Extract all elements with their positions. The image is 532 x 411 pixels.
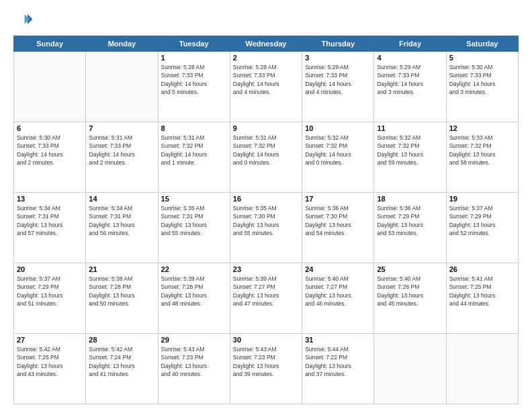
day-info: Sunrise: 5:33 AM Sunset: 7:32 PM Dayligh…: [449, 134, 515, 167]
calendar-header-tuesday: Tuesday: [158, 36, 230, 52]
day-number: 20: [17, 265, 83, 273]
day-number: 21: [89, 265, 154, 273]
calendar-header-friday: Friday: [374, 36, 446, 52]
calendar-cell: 15Sunrise: 5:35 AM Sunset: 7:31 PM Dayli…: [158, 193, 230, 263]
calendar-cell: 11Sunrise: 5:32 AM Sunset: 7:32 PM Dayli…: [374, 122, 446, 193]
day-info: Sunrise: 5:44 AM Sunset: 7:22 PM Dayligh…: [305, 345, 371, 378]
day-number: 5: [449, 54, 515, 62]
day-info: Sunrise: 5:41 AM Sunset: 7:25 PM Dayligh…: [449, 275, 515, 308]
day-info: Sunrise: 5:40 AM Sunset: 7:27 PM Dayligh…: [305, 275, 371, 308]
day-number: 9: [233, 124, 299, 132]
day-info: Sunrise: 5:31 AM Sunset: 7:32 PM Dayligh…: [161, 134, 227, 167]
day-info: Sunrise: 5:42 AM Sunset: 7:25 PM Dayligh…: [17, 345, 83, 378]
day-number: 6: [17, 124, 83, 132]
day-number: 14: [89, 195, 154, 203]
calendar-cell: [86, 52, 158, 122]
calendar-cell: 18Sunrise: 5:36 AM Sunset: 7:29 PM Dayli…: [374, 193, 446, 263]
day-number: 19: [449, 195, 515, 203]
calendar-cell: 16Sunrise: 5:35 AM Sunset: 7:30 PM Dayli…: [230, 193, 302, 263]
day-number: 18: [377, 195, 443, 203]
calendar-cell: 20Sunrise: 5:37 AM Sunset: 7:29 PM Dayli…: [14, 263, 86, 334]
calendar-cell: [446, 334, 518, 404]
day-info: Sunrise: 5:35 AM Sunset: 7:31 PM Dayligh…: [161, 204, 227, 237]
calendar-cell: 25Sunrise: 5:40 AM Sunset: 7:26 PM Dayli…: [374, 263, 446, 334]
day-info: Sunrise: 5:43 AM Sunset: 7:23 PM Dayligh…: [233, 345, 299, 378]
calendar-cell: 10Sunrise: 5:32 AM Sunset: 7:32 PM Dayli…: [302, 122, 374, 193]
day-info: Sunrise: 5:40 AM Sunset: 7:26 PM Dayligh…: [377, 275, 443, 308]
day-info: Sunrise: 5:30 AM Sunset: 7:33 PM Dayligh…: [17, 134, 83, 167]
calendar-header-row: SundayMondayTuesdayWednesdayThursdayFrid…: [14, 36, 519, 52]
calendar-cell: 19Sunrise: 5:37 AM Sunset: 7:29 PM Dayli…: [446, 193, 518, 263]
day-info: Sunrise: 5:39 AM Sunset: 7:27 PM Dayligh…: [233, 275, 299, 308]
day-info: Sunrise: 5:43 AM Sunset: 7:23 PM Dayligh…: [161, 345, 227, 378]
day-info: Sunrise: 5:34 AM Sunset: 7:31 PM Dayligh…: [17, 204, 83, 237]
calendar-cell: [14, 52, 86, 122]
day-number: 13: [17, 195, 83, 203]
calendar-cell: 2Sunrise: 5:28 AM Sunset: 7:33 PM Daylig…: [230, 52, 302, 122]
calendar-cell: 27Sunrise: 5:42 AM Sunset: 7:25 PM Dayli…: [14, 334, 86, 404]
calendar-header-thursday: Thursday: [302, 36, 374, 52]
day-number: 3: [305, 54, 371, 62]
day-info: Sunrise: 5:34 AM Sunset: 7:31 PM Dayligh…: [89, 204, 154, 237]
calendar-cell: 8Sunrise: 5:31 AM Sunset: 7:32 PM Daylig…: [158, 122, 230, 193]
calendar-cell: 26Sunrise: 5:41 AM Sunset: 7:25 PM Dayli…: [446, 263, 518, 334]
day-number: 11: [377, 124, 443, 132]
calendar-week-row-2: 6Sunrise: 5:30 AM Sunset: 7:33 PM Daylig…: [14, 122, 519, 193]
calendar-cell: 21Sunrise: 5:38 AM Sunset: 7:28 PM Dayli…: [86, 263, 158, 334]
day-info: Sunrise: 5:42 AM Sunset: 7:24 PM Dayligh…: [89, 345, 154, 378]
day-info: Sunrise: 5:28 AM Sunset: 7:33 PM Dayligh…: [161, 63, 227, 96]
day-number: 1: [161, 54, 227, 62]
calendar-cell: 17Sunrise: 5:36 AM Sunset: 7:30 PM Dayli…: [302, 193, 374, 263]
day-number: 24: [305, 265, 371, 273]
calendar-cell: 24Sunrise: 5:40 AM Sunset: 7:27 PM Dayli…: [302, 263, 374, 334]
calendar-week-row-4: 20Sunrise: 5:37 AM Sunset: 7:29 PM Dayli…: [14, 263, 519, 334]
day-info: Sunrise: 5:39 AM Sunset: 7:28 PM Dayligh…: [161, 275, 227, 308]
day-number: 27: [17, 336, 83, 344]
day-info: Sunrise: 5:31 AM Sunset: 7:32 PM Dayligh…: [233, 134, 299, 167]
calendar-week-row-5: 27Sunrise: 5:42 AM Sunset: 7:25 PM Dayli…: [14, 334, 519, 404]
day-number: 16: [233, 195, 299, 203]
calendar-cell: 4Sunrise: 5:29 AM Sunset: 7:33 PM Daylig…: [374, 52, 446, 122]
day-info: Sunrise: 5:37 AM Sunset: 7:29 PM Dayligh…: [17, 275, 83, 308]
day-info: Sunrise: 5:32 AM Sunset: 7:32 PM Dayligh…: [305, 134, 371, 167]
calendar-week-row-3: 13Sunrise: 5:34 AM Sunset: 7:31 PM Dayli…: [14, 193, 519, 263]
day-number: 25: [377, 265, 443, 273]
calendar-header-wednesday: Wednesday: [230, 36, 302, 52]
day-info: Sunrise: 5:38 AM Sunset: 7:28 PM Dayligh…: [89, 275, 154, 308]
day-info: Sunrise: 5:31 AM Sunset: 7:33 PM Dayligh…: [89, 134, 154, 167]
calendar-cell: 5Sunrise: 5:30 AM Sunset: 7:33 PM Daylig…: [446, 52, 518, 122]
day-info: Sunrise: 5:35 AM Sunset: 7:30 PM Dayligh…: [233, 204, 299, 237]
day-number: 12: [449, 124, 515, 132]
day-number: 26: [449, 265, 515, 273]
day-number: 2: [233, 54, 299, 62]
day-info: Sunrise: 5:29 AM Sunset: 7:33 PM Dayligh…: [305, 63, 371, 96]
day-number: 29: [161, 336, 227, 344]
day-number: 8: [161, 124, 227, 132]
calendar-cell: 1Sunrise: 5:28 AM Sunset: 7:33 PM Daylig…: [158, 52, 230, 122]
calendar-cell: 7Sunrise: 5:31 AM Sunset: 7:33 PM Daylig…: [86, 122, 158, 193]
calendar-table: SundayMondayTuesdayWednesdayThursdayFrid…: [13, 36, 519, 404]
calendar-cell: 12Sunrise: 5:33 AM Sunset: 7:32 PM Dayli…: [446, 122, 518, 193]
calendar-header-monday: Monday: [86, 36, 158, 52]
calendar-cell: 30Sunrise: 5:43 AM Sunset: 7:23 PM Dayli…: [230, 334, 302, 404]
day-number: 4: [377, 54, 443, 62]
calendar-cell: 29Sunrise: 5:43 AM Sunset: 7:23 PM Dayli…: [158, 334, 230, 404]
calendar-cell: 22Sunrise: 5:39 AM Sunset: 7:28 PM Dayli…: [158, 263, 230, 334]
day-info: Sunrise: 5:32 AM Sunset: 7:32 PM Dayligh…: [377, 134, 443, 167]
calendar-cell: 23Sunrise: 5:39 AM Sunset: 7:27 PM Dayli…: [230, 263, 302, 334]
logo-icon: [13, 10, 34, 30]
calendar-header-saturday: Saturday: [446, 36, 518, 52]
day-info: Sunrise: 5:29 AM Sunset: 7:33 PM Dayligh…: [377, 63, 443, 96]
day-info: Sunrise: 5:28 AM Sunset: 7:33 PM Dayligh…: [233, 63, 299, 96]
calendar-cell: 28Sunrise: 5:42 AM Sunset: 7:24 PM Dayli…: [86, 334, 158, 404]
page: SundayMondayTuesdayWednesdayThursdayFrid…: [0, 0, 532, 411]
day-number: 15: [161, 195, 227, 203]
calendar-cell: 13Sunrise: 5:34 AM Sunset: 7:31 PM Dayli…: [14, 193, 86, 263]
day-number: 28: [89, 336, 154, 344]
calendar-header-sunday: Sunday: [14, 36, 86, 52]
day-info: Sunrise: 5:36 AM Sunset: 7:29 PM Dayligh…: [377, 204, 443, 237]
day-info: Sunrise: 5:30 AM Sunset: 7:33 PM Dayligh…: [449, 63, 515, 96]
calendar-week-row-1: 1Sunrise: 5:28 AM Sunset: 7:33 PM Daylig…: [14, 52, 519, 122]
calendar-cell: 3Sunrise: 5:29 AM Sunset: 7:33 PM Daylig…: [302, 52, 374, 122]
calendar-cell: 14Sunrise: 5:34 AM Sunset: 7:31 PM Dayli…: [86, 193, 158, 263]
